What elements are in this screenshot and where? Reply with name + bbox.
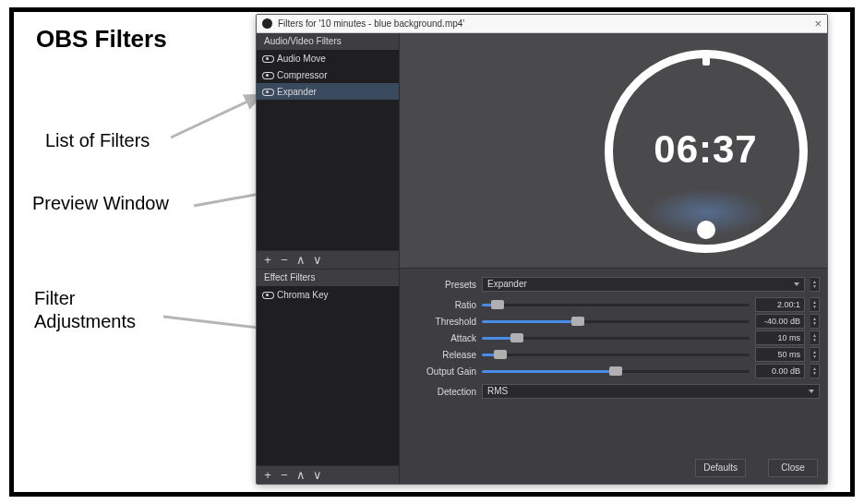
param-label: Ratio [407,300,476,310]
visibility-eye-icon[interactable] [262,290,272,300]
move-effect-up-button[interactable]: ∧ [294,468,308,483]
effect-filters-header: Effect Filters [257,270,399,286]
dialog-titlebar[interactable]: Filters for '10 minutes - blue backgroun… [257,15,827,33]
av-filter-item[interactable]: Audio Move [257,50,399,66]
slide-title: OBS Filters [36,25,167,54]
param-value[interactable]: 10 ms [755,330,805,345]
param-label: Output Gain [407,366,476,377]
param-label: Threshold [407,317,476,327]
detection-row: Detection RMS [407,383,820,400]
param-value[interactable]: -40.00 dB [755,314,805,329]
move-down-button[interactable]: ∨ [310,253,325,268]
detection-label: Detection [407,387,476,397]
preset-stepper[interactable]: ▲▼ [810,277,820,292]
detection-select[interactable]: RMS [482,384,820,399]
param-value[interactable]: 0.00 dB [755,364,805,378]
dialog-title: Filters for '10 minutes - blue backgroun… [278,18,794,29]
svg-line-0 [171,95,261,138]
defaults-button[interactable]: Defaults [695,459,746,477]
av-filters-header: Audio/Video Filters [257,33,399,50]
effect-filters-toolbar: + − ∧ ∨ [257,465,399,484]
param-label: Attack [407,333,476,343]
param-row: Ratio2.00:1▲▼ [407,296,820,313]
av-filters-list[interactable]: Audio MoveCompressorExpander [257,50,399,250]
preset-row: Presets Expander ▲▼ [407,276,820,293]
add-filter-button[interactable]: + [260,253,275,268]
add-effect-button[interactable]: + [260,468,275,483]
preview-window: 06:37 [400,33,827,269]
visibility-eye-icon[interactable] [262,87,272,97]
av-filter-label: Compressor [277,70,327,80]
timer-time-value: 06:37 [654,127,757,172]
effect-filter-item[interactable]: Chroma Key [257,286,399,303]
visibility-eye-icon[interactable] [262,54,272,64]
effect-filter-label: Chroma Key [277,290,329,300]
param-stepper[interactable]: ▲▼ [810,347,820,362]
dialog-bottom-bar: Defaults Close [400,452,827,484]
av-filter-item[interactable]: Expander [257,83,399,100]
slide-frame: OBS Filters List of Filters Preview Wind… [9,7,855,497]
timer-crown-icon [702,53,710,66]
param-stepper[interactable]: ▲▼ [810,314,820,329]
remove-filter-button[interactable]: − [277,253,292,268]
param-value[interactable]: 2.00:1 [755,297,805,312]
remove-effect-button[interactable]: − [277,468,292,483]
visibility-eye-icon[interactable] [262,70,272,80]
av-filter-item[interactable]: Compressor [257,66,399,83]
move-up-button[interactable]: ∧ [294,253,308,268]
obs-logo-icon [262,18,272,29]
param-row: Release50 ms▲▼ [407,346,820,363]
filters-dialog: Filters for '10 minutes - blue backgroun… [256,14,828,485]
annotation-list-of-filters: List of Filters [45,130,150,151]
av-filter-label: Expander [277,87,317,97]
param-value[interactable]: 50 ms [755,347,805,362]
effect-filters-panel: Effect Filters Chroma Key + − ∧ ∨ [257,269,400,484]
param-stepper[interactable]: ▲▼ [810,330,820,345]
move-effect-down-button[interactable]: ∨ [310,468,325,483]
param-row: Output Gain0.00 dB▲▼ [407,363,820,379]
param-slider[interactable] [482,364,750,378]
close-button[interactable]: Close [768,459,818,477]
preset-label: Presets [407,280,476,290]
filter-settings-panel: Presets Expander ▲▼ Ratio2.00:1▲▼Thresho… [400,269,827,452]
close-icon[interactable]: × [794,17,822,30]
param-slider[interactable] [482,330,750,345]
preview-timer: 06:37 [605,50,808,253]
param-slider[interactable] [482,314,750,329]
param-stepper[interactable]: ▲▼ [810,364,820,378]
effect-filters-list[interactable]: Chroma Key [257,286,399,465]
timer-marker-dot [697,221,715,239]
av-filters-toolbar: + − ∧ ∨ [257,250,399,269]
preset-select[interactable]: Expander [482,277,805,292]
av-filter-label: Audio Move [277,54,326,64]
param-slider[interactable] [482,297,750,312]
annotation-preview-window: Preview Window [32,193,169,214]
param-stepper[interactable]: ▲▼ [810,297,820,312]
audio-video-filters-panel: Audio/Video Filters Audio MoveCompressor… [257,33,400,269]
annotation-filter-adjustments: Filter Adjustments [34,287,136,333]
param-row: Threshold-40.00 dB▲▼ [407,313,820,330]
param-slider[interactable] [482,347,750,362]
param-row: Attack10 ms▲▼ [407,330,820,346]
param-label: Release [407,350,476,360]
